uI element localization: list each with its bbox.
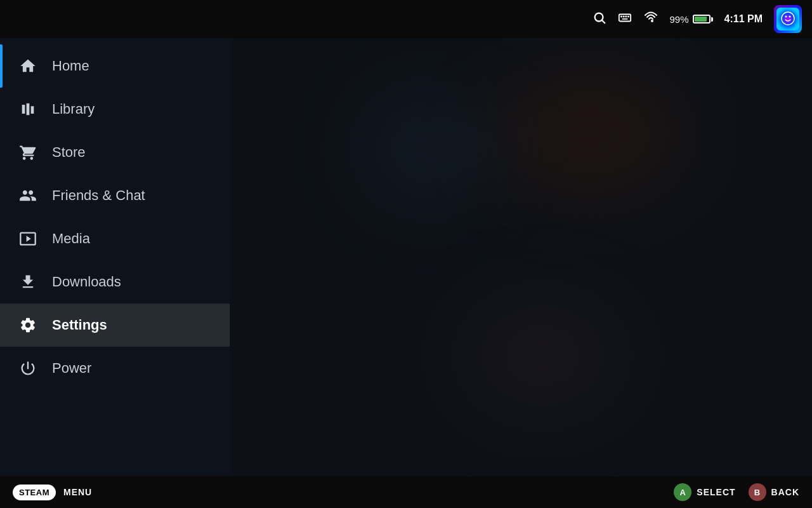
bottom-bar: STEAM MENU A SELECT B BACK — [0, 476, 812, 508]
bg-blob-3 — [463, 298, 622, 413]
sidebar-label-media: Media — [52, 231, 90, 247]
sidebar-label-downloads: Downloads — [52, 274, 121, 290]
svg-rect-2 — [619, 14, 630, 21]
sidebar-label-store: Store — [52, 144, 86, 161]
svg-rect-8 — [776, 8, 799, 30]
sidebar-item-media[interactable]: Media — [0, 217, 230, 260]
user-avatar[interactable] — [774, 5, 802, 33]
sidebar-item-settings[interactable]: Settings — [0, 304, 230, 347]
library-icon — [18, 99, 38, 119]
sidebar-item-friends-chat[interactable]: Friends & Chat — [0, 174, 230, 217]
bottom-left-controls: STEAM MENU — [13, 485, 92, 500]
menu-label: MENU — [63, 487, 92, 497]
friends-icon — [18, 185, 38, 206]
bottom-right-controls: A SELECT B BACK — [674, 483, 799, 501]
sidebar-label-home: Home — [52, 58, 89, 74]
power-icon — [18, 358, 38, 378]
clock-display: 4:11 PM — [724, 13, 763, 25]
downloads-icon — [18, 272, 38, 292]
svg-point-10 — [785, 16, 787, 18]
top-bar: 99% 4:11 PM — [0, 0, 812, 38]
home-icon — [18, 56, 38, 76]
sidebar-label-friends: Friends & Chat — [52, 187, 145, 204]
sidebar-item-library[interactable]: Library — [0, 88, 230, 131]
sidebar: Home Library Store Friends & Chat — [0, 38, 230, 476]
battery-percent-label: 99% — [670, 14, 689, 25]
search-icon[interactable] — [593, 11, 606, 28]
svg-point-11 — [789, 16, 791, 18]
battery-indicator: 99% — [670, 14, 713, 25]
store-icon — [18, 142, 38, 163]
settings-icon — [18, 315, 38, 335]
sidebar-label-library: Library — [52, 101, 95, 117]
select-label: SELECT — [697, 487, 735, 497]
media-icon — [18, 229, 38, 249]
bg-blob-2 — [368, 102, 495, 197]
svg-line-1 — [602, 20, 605, 23]
sidebar-item-power[interactable]: Power — [0, 347, 230, 390]
bg-blob-1 — [495, 70, 685, 197]
sidebar-item-downloads[interactable]: Downloads — [0, 260, 230, 304]
back-label: BACK — [771, 487, 799, 497]
back-btn-group: B BACK — [749, 483, 799, 501]
sidebar-item-home[interactable]: Home — [0, 44, 230, 88]
keyboard-icon[interactable] — [618, 11, 632, 28]
steam-badge[interactable]: STEAM — [13, 485, 56, 500]
sidebar-label-power: Power — [52, 360, 91, 377]
select-btn-group: A SELECT — [674, 483, 735, 501]
main-content: Home Library Store Friends & Chat — [0, 38, 812, 476]
a-button[interactable]: A — [674, 483, 691, 501]
wireless-icon — [643, 11, 658, 28]
b-button[interactable]: B — [749, 483, 766, 501]
sidebar-item-store[interactable]: Store — [0, 131, 230, 174]
sidebar-label-settings: Settings — [52, 317, 107, 333]
battery-icon — [693, 15, 713, 23]
